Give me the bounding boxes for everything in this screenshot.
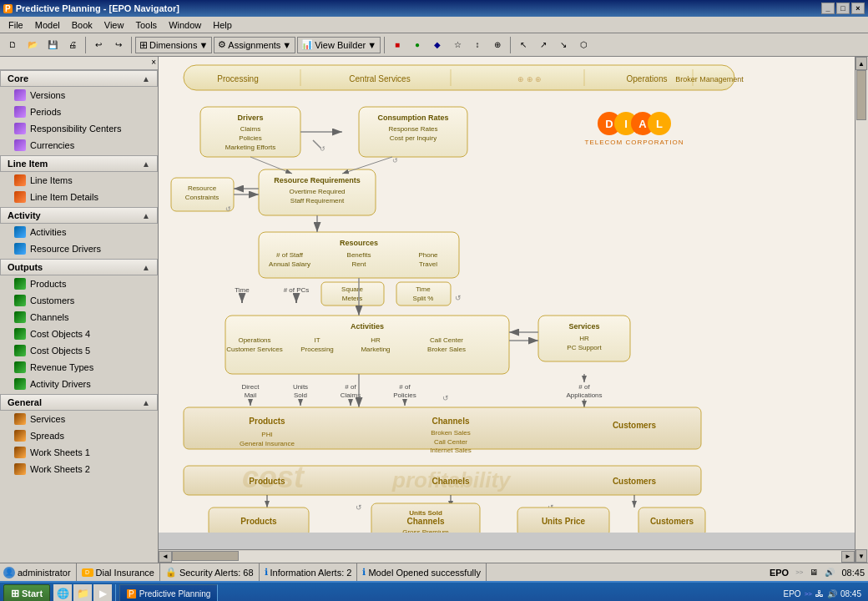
sidebar-item-responsibility-centers[interactable]: Responsibility Centers [0, 120, 158, 137]
costobjects5-label: Cost Objects 5 [30, 346, 90, 356]
menu-tools[interactable]: Tools [130, 18, 162, 32]
sidebar-item-services[interactable]: Services [0, 411, 158, 427]
svg-text:Consumption Rates: Consumption Rates [377, 114, 448, 122]
model-label: Model Opened successfully [368, 568, 481, 578]
tb4[interactable]: ☆ [448, 36, 467, 54]
sidebar-item-spreads[interactable]: Spreads [0, 427, 158, 444]
assignments-dropdown[interactable]: ⚙ Assignments ▼ [214, 37, 295, 53]
menu-model[interactable]: Model [30, 18, 65, 32]
hscroll-thumb[interactable] [172, 551, 239, 561]
content-scroll[interactable]: Processing Central Services ⊕ ⊕ ⊕ Operat… [159, 57, 855, 549]
svg-text:Services: Services [568, 322, 599, 331]
vscroll-thumb[interactable] [856, 70, 866, 120]
sidebar-item-currencies[interactable]: Currencies [0, 137, 158, 154]
sidebar-item-costobjects4[interactable]: Cost Objects 4 [0, 326, 158, 342]
sidebar-item-costobjects5[interactable]: Cost Objects 5 [0, 342, 158, 359]
taskbar-pp-item[interactable]: P Predictive Planning [119, 584, 218, 601]
menu-file[interactable]: File [3, 18, 28, 32]
sidebar-item-activities[interactable]: Activities [0, 224, 158, 240]
tb8[interactable]: ↗ [534, 36, 553, 54]
new-btn[interactable]: 🗋 [3, 36, 22, 54]
svg-text:Operations: Operations [238, 336, 270, 344]
sidebar-item-lineitemdetails[interactable]: Line Item Details [0, 189, 158, 205]
svg-text:Gross Premium: Gross Premium [402, 528, 449, 533]
sidebar-item-resource-drivers[interactable]: Resource Drivers [0, 240, 158, 257]
periods-label: Periods [30, 107, 61, 117]
tb5[interactable]: ↕ [468, 36, 487, 54]
tb6[interactable]: ⊕ [488, 36, 507, 54]
sidebar-item-periods[interactable]: Periods [0, 104, 158, 120]
security-label: Security Alerts: 68 [179, 568, 254, 578]
services-icon [13, 412, 27, 426]
taskbar-pp-icon: P [127, 589, 136, 598]
dimensions-dropdown[interactable]: ⊞ Dimensions ▼ [135, 37, 212, 53]
close-button[interactable]: × [851, 3, 865, 14]
menu-view[interactable]: View [99, 18, 129, 32]
menu-window[interactable]: Window [164, 18, 206, 32]
sidebar-item-customers[interactable]: Customers [0, 292, 158, 309]
ql-media[interactable]: ▶ [93, 584, 112, 601]
worksheets2-icon [13, 462, 27, 476]
activity-header[interactable]: Activity ▲ [0, 207, 158, 224]
app-title: Predictive Planning - [EPO Navigator] [16, 3, 179, 13]
hscrollbar[interactable]: ◄ ► [159, 549, 855, 563]
vscroll-up-btn[interactable]: ▲ [855, 57, 867, 70]
svg-text:Annual Salary: Annual Salary [269, 260, 310, 268]
outputs-header[interactable]: Outputs ▲ [0, 259, 158, 275]
sidebar-item-worksheets1[interactable]: Work Sheets 1 [0, 444, 158, 461]
lineitems-icon [13, 174, 27, 187]
svg-text:PC Support: PC Support [567, 344, 602, 351]
ql-ie[interactable]: 🌐 [53, 584, 72, 601]
maximize-button[interactable]: □ [836, 3, 850, 14]
svg-text:Activities: Activities [351, 322, 384, 331]
sidebar-item-worksheets2[interactable]: Work Sheets 2 [0, 461, 158, 477]
tray-epo: EPO [784, 589, 801, 598]
svg-text:D: D [605, 118, 613, 130]
outputs-collapse-icon: ▲ [142, 263, 150, 272]
start-button[interactable]: ⊞ Start [3, 584, 50, 601]
core-header[interactable]: Core ▲ [0, 70, 158, 87]
sidebar-item-revenue-types[interactable]: Revenue Types [0, 359, 158, 376]
minimize-button[interactable]: _ [821, 3, 835, 14]
sidebar-section-lineitem: Line Item ▲ Line Items Line Item Details [0, 155, 158, 205]
svg-text:Call Center: Call Center [430, 336, 463, 344]
sidebar-item-channels[interactable]: Channels [0, 309, 158, 326]
tb7[interactable]: ↖ [514, 36, 532, 54]
tb10[interactable]: ⬡ [574, 36, 593, 54]
sidebar-pin-btn[interactable]: × [151, 58, 156, 68]
redo-btn[interactable]: ↪ [109, 36, 128, 54]
sidebar-section-general: General ▲ Services Spreads Work Sheets 1… [0, 394, 158, 477]
tb2[interactable]: ● [408, 36, 426, 54]
svg-text:Applications: Applications [566, 391, 602, 399]
vscroll-down-btn[interactable]: ▼ [855, 549, 867, 563]
worksheets1-label: Work Sheets 1 [30, 447, 90, 457]
tb1[interactable]: ■ [388, 36, 406, 54]
status-right: EPO >> 🖥 🔊 08:45 [770, 568, 865, 578]
ql-folder[interactable]: 📁 [73, 584, 92, 601]
menu-help[interactable]: Help [208, 18, 237, 32]
save-btn[interactable]: 💾 [43, 36, 62, 54]
tb9[interactable]: ↘ [554, 36, 573, 54]
viewbuilder-dropdown[interactable]: 📊 View Builder ▼ [297, 37, 381, 53]
spreads-label: Spreads [30, 431, 64, 441]
hscroll-right-btn[interactable]: ► [841, 551, 855, 563]
sidebar-item-activity-drivers[interactable]: Activity Drivers [0, 376, 158, 392]
worksheets1-icon [13, 446, 27, 459]
svg-text:Overtime Required: Overtime Required [289, 188, 345, 195]
undo-btn[interactable]: ↩ [89, 36, 108, 54]
hscroll-left-btn[interactable]: ◄ [159, 551, 172, 563]
sidebar-item-lineitems[interactable]: Line Items [0, 172, 158, 189]
sidebar-item-products[interactable]: Products [0, 275, 158, 292]
status-admin: 👤 administrator [3, 563, 77, 581]
lineitem-header[interactable]: Line Item ▲ [0, 155, 158, 172]
insurance-label: Dial Insurance [96, 568, 154, 578]
tb3[interactable]: ◆ [428, 36, 447, 54]
menu-book[interactable]: Book [67, 18, 98, 32]
print-btn[interactable]: 🖨 [63, 36, 82, 54]
general-header[interactable]: General ▲ [0, 394, 158, 411]
svg-text:Benefits: Benefits [347, 251, 371, 259]
sidebar-item-versions[interactable]: Versions [0, 87, 158, 104]
svg-text:↺: ↺ [455, 294, 462, 302]
open-btn[interactable]: 📂 [23, 36, 42, 54]
activity-collapse-icon: ▲ [142, 211, 150, 220]
